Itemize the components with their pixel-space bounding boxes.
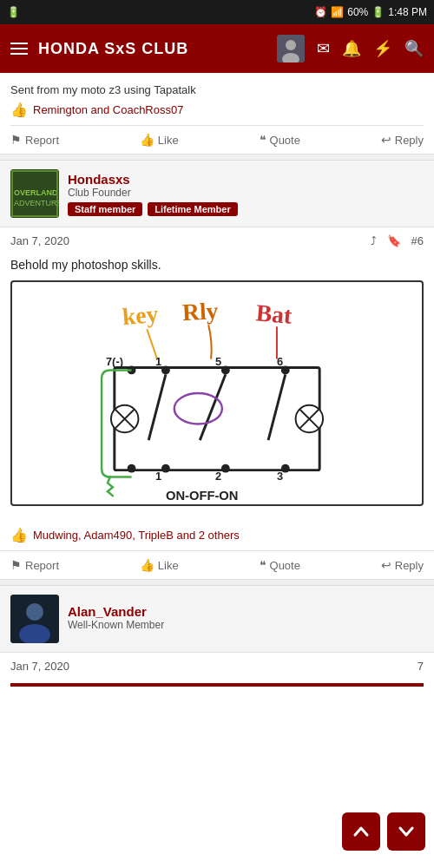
report-button-2[interactable]: ⚑ Report xyxy=(10,558,59,572)
user1-likes-names[interactable]: Mudwing, Adam490, TripleB and 2 others xyxy=(33,529,240,542)
reply-icon-2: ↩ xyxy=(381,558,391,572)
like-button-2[interactable]: 👍 Like xyxy=(140,558,179,572)
svg-text:OVERLAND: OVERLAND xyxy=(14,188,58,197)
user-avatar-header[interactable] xyxy=(277,35,305,62)
battery-icon: 🔋 xyxy=(372,6,385,18)
app-header: HONDA SxS CLUB ✉ 🔔 ⚡ 🔍 xyxy=(0,24,434,73)
mail-icon[interactable]: ✉ xyxy=(317,39,330,58)
user2-date: Jan 7, 2020 xyxy=(10,660,69,673)
share-icon[interactable]: ⤴ xyxy=(371,234,377,247)
app-title: HONDA SxS CLUB xyxy=(38,40,188,58)
svg-rect-43 xyxy=(10,595,59,643)
reply-label: Reply xyxy=(395,134,424,147)
status-right: ⏰ 📶 60% 🔋 1:48 PM xyxy=(314,6,427,18)
like-icon: 👍 xyxy=(140,133,155,147)
thumbs-up-icon: 👍 xyxy=(10,102,28,118)
post1-body: Behold my photoshop skills. key Rly Bat xyxy=(0,251,434,520)
user1-avatar: OVERLAND ADVENTURE xyxy=(10,169,59,218)
svg-text:Bat: Bat xyxy=(255,299,294,329)
svg-point-21 xyxy=(281,365,290,374)
user1-info-block: OVERLAND ADVENTURE Hondasxs Club Founder… xyxy=(0,161,434,227)
post1-date: Jan 7, 2020 xyxy=(10,234,69,247)
user1-role: Club Founder xyxy=(68,187,238,199)
svg-text:1: 1 xyxy=(155,470,161,483)
like-button[interactable]: 👍 Like xyxy=(140,133,179,147)
svg-point-28 xyxy=(281,464,290,473)
alarm-icon: ⏰ xyxy=(314,6,327,18)
user2-role: Well-Known Member xyxy=(68,619,164,631)
user2-post-meta: Jan 7, 2020 7 xyxy=(0,652,434,676)
user2-avatar xyxy=(10,595,59,643)
user2-details: Alan_Vander Well-Known Member xyxy=(68,604,164,635)
svg-text:key: key xyxy=(122,300,160,331)
svg-point-1 xyxy=(286,40,296,50)
likes-names[interactable]: Remington and CoachRoss07 xyxy=(33,103,183,116)
svg-point-20 xyxy=(221,365,230,374)
quote-label-2: Quote xyxy=(270,559,300,572)
bottom-thumbs-up-icon: 👍 xyxy=(10,527,28,543)
report-icon-2: ⚑ xyxy=(10,558,22,572)
user1-username[interactable]: Hondasxs xyxy=(68,172,238,187)
quote-button[interactable]: ❝ Quote xyxy=(260,133,300,147)
svg-text:ON-OFF-ON: ON-OFF-ON xyxy=(166,489,239,503)
user2-info-block: Alan_Vander Well-Known Member xyxy=(0,586,434,652)
search-icon[interactable]: 🔍 xyxy=(404,39,424,58)
user1-badges: Staff member Lifetime Member xyxy=(68,202,238,216)
svg-text:ADVENTURE: ADVENTURE xyxy=(14,199,59,207)
user1-info-row: OVERLAND ADVENTURE Hondasxs Club Founder… xyxy=(10,169,424,218)
reply-button-1[interactable]: ↩ Reply xyxy=(381,133,424,147)
user2-username[interactable]: Alan_Vander xyxy=(68,604,164,619)
post1-section: Sent from my moto z3 using Tapatalk 👍 Re… xyxy=(0,73,434,154)
header-left: HONDA SxS CLUB xyxy=(10,40,188,58)
content-area: Sent from my moto z3 using Tapatalk 👍 Re… xyxy=(0,73,434,687)
post1-meta: Jan 7, 2020 ⤴ 🔖 #6 xyxy=(0,227,434,251)
quote-button-2[interactable]: ❝ Quote xyxy=(260,558,300,572)
svg-text:Rly: Rly xyxy=(181,297,219,326)
reply-button-2[interactable]: ↩ Reply xyxy=(381,558,424,572)
quote-label: Quote xyxy=(270,134,300,147)
svg-text:7(-): 7(-) xyxy=(106,355,123,368)
likes-row: 👍 Remington and CoachRoss07 xyxy=(10,102,424,118)
user1-details: Hondasxs Club Founder Staff member Lifet… xyxy=(68,172,238,216)
report-button[interactable]: ⚑ Report xyxy=(10,133,59,147)
svg-text:1: 1 xyxy=(155,355,161,368)
battery-pct: 60% xyxy=(347,6,368,18)
quote-icon-2: ❝ xyxy=(260,558,266,572)
report-label-2: Report xyxy=(25,559,59,572)
user2-meta-right: 7 xyxy=(418,660,424,673)
svg-text:5: 5 xyxy=(215,355,221,368)
svg-text:3: 3 xyxy=(277,470,283,483)
user1-bottom-likes: 👍 Mudwing, Adam490, TripleB and 2 others xyxy=(0,520,434,550)
switch-diagram: key Rly Bat 7(-) 1 5 6 xyxy=(10,280,424,506)
header-icons: ✉ 🔔 ⚡ 🔍 xyxy=(277,35,424,62)
like-label: Like xyxy=(158,134,179,147)
post1-number: #6 xyxy=(411,234,424,247)
bolt-icon[interactable]: ⚡ xyxy=(373,39,392,58)
reply-icon: ↩ xyxy=(381,133,391,147)
post1-text: Behold my photoshop skills. xyxy=(10,258,424,272)
like-icon-2: 👍 xyxy=(140,558,155,572)
divider-2 xyxy=(0,579,434,586)
menu-button[interactable] xyxy=(10,43,28,55)
staff-member-badge: Staff member xyxy=(68,202,142,216)
bookmark-icon[interactable]: 🔖 xyxy=(387,234,401,247)
svg-text:2: 2 xyxy=(215,470,221,483)
report-label: Report xyxy=(25,134,59,147)
battery-small-icon: 🔋 xyxy=(7,6,20,18)
post1-action-row: ⚑ Report 👍 Like ❝ Quote ↩ Reply xyxy=(10,125,424,154)
like-label-2: Like xyxy=(158,559,179,572)
svg-text:6: 6 xyxy=(277,355,283,368)
user2-info-row: Alan_Vander Well-Known Member xyxy=(10,595,424,643)
svg-point-19 xyxy=(161,365,170,374)
quote-icon: ❝ xyxy=(260,133,266,147)
user2-post-number: 7 xyxy=(418,660,424,673)
signal-icon: 📶 xyxy=(331,6,344,18)
bell-icon[interactable]: 🔔 xyxy=(342,39,361,58)
report-icon: ⚑ xyxy=(10,133,22,147)
post-reply-indicator xyxy=(10,683,424,687)
status-bar: 🔋 ⏰ 📶 60% 🔋 1:48 PM xyxy=(0,0,434,24)
svg-point-26 xyxy=(161,464,170,473)
time-display: 1:48 PM xyxy=(388,6,427,18)
status-left: 🔋 xyxy=(7,6,20,18)
sent-text: Sent from my moto z3 using Tapatalk xyxy=(10,83,424,96)
